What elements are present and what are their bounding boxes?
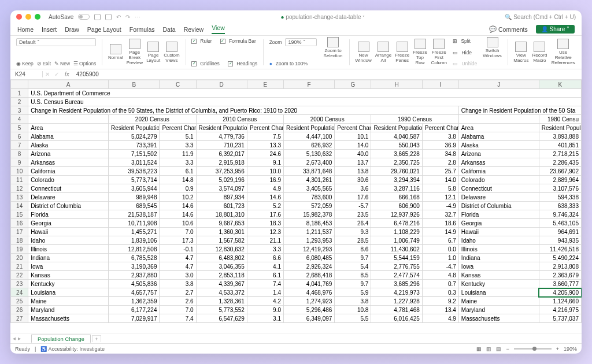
table-row[interactable]: 22Kansas2,937,8803.02,853,1186.12,688,41… (11, 271, 582, 280)
table-row[interactable]: 17Hawaii1,455,2717.01,360,30112.31,211,5… (11, 228, 582, 236)
cell[interactable]: U.S. Census Bureau (28, 98, 582, 106)
relative-refs-button[interactable]: Use Relative References (550, 39, 576, 65)
pagelayout-view-button[interactable]: Page Layout (146, 42, 160, 64)
table-row[interactable]: 10California39,538,2236.137,253,95610.03… (11, 167, 582, 176)
save-icon[interactable] (105, 14, 112, 20)
share-button[interactable]: 👤 Share ˅ (536, 25, 575, 34)
new-button[interactable]: ✎ New (54, 61, 70, 66)
tab-draw[interactable]: Draw (65, 26, 79, 33)
table-row[interactable]: 6Alabama5,024,2795.14,779,7367.54,447,10… (11, 132, 582, 141)
table-row[interactable]: 14District of Columbia689,54514.6601,723… (11, 202, 582, 210)
table-row[interactable]: 25Maine1,362,3592.61,328,3614.21,274,923… (11, 297, 582, 306)
comments-button[interactable]: 💬 Comments (489, 25, 528, 33)
table-row[interactable]: 24Louisiana4,657,7572.74,533,3721.44,468… (11, 288, 582, 297)
normal-view-button[interactable]: Normal (108, 44, 123, 61)
table-row[interactable]: 15Florida21,538,18714.618,801,31017.615,… (11, 210, 582, 219)
undo-icon[interactable]: ↶ (116, 14, 121, 20)
search-placeholder[interactable]: Search (Cmd + Ctrl + U) (513, 14, 576, 20)
record-macro-button[interactable]: Record Macro (532, 42, 547, 64)
view-normal-icon[interactable]: ▦ (476, 346, 482, 352)
freeze-first-col-button[interactable]: Freeze First Column (431, 39, 447, 65)
tab-formulas[interactable]: Formulas (130, 26, 155, 33)
col-header[interactable]: K (539, 80, 581, 89)
headings-checkbox[interactable]: ✓ (228, 61, 233, 66)
add-sheet-button[interactable]: + (92, 335, 101, 342)
close-icon[interactable] (16, 14, 22, 20)
table-row[interactable]: 27Massachusetts7,029,9177.46,547,6293.16… (11, 314, 582, 323)
view-macros-button[interactable]: View Macros (513, 42, 528, 64)
gridlines-checkbox[interactable]: ✓ (191, 61, 197, 66)
col-header[interactable]: E (247, 80, 283, 89)
zoom-in-button[interactable]: + (556, 346, 559, 352)
table-row[interactable]: 23Kentucky4,505,8363.84,339,3677.44,041,… (11, 280, 582, 288)
freeze-top-row-button[interactable]: Freeze Top Row (413, 39, 427, 65)
col-header[interactable]: I (422, 80, 458, 89)
col-header[interactable]: A (28, 80, 109, 89)
table-row[interactable]: 13Delaware989,94810.2897,93414.6783,6001… (11, 193, 582, 202)
col-header[interactable]: D (196, 80, 247, 89)
split-button[interactable]: ⊞ Split (453, 38, 477, 44)
formula-input[interactable]: 4205900 (73, 71, 102, 77)
table-row[interactable]: 18Idaho1,839,10617.31,567,58221.11,293,9… (11, 236, 582, 245)
table-row[interactable]: 26Maryland6,177,2247.05,773,5529.05,296,… (11, 306, 582, 314)
options-button[interactable]: ☰ Options (73, 61, 96, 66)
table-row[interactable]: 9Arkansas3,011,5243.32,915,9189.12,673,4… (11, 158, 582, 167)
freeze-panes-button[interactable]: Freeze Panes (395, 42, 409, 64)
col-header[interactable]: C (160, 80, 196, 89)
cell[interactable]: Change in Resident Population of the 50 … (28, 106, 459, 115)
hide-button[interactable]: ▭ Hide (453, 50, 477, 55)
tab-view[interactable]: View (212, 24, 225, 34)
table-row[interactable]: 21Iowa3,190,3694.73,046,3554.12,926,3245… (11, 262, 582, 271)
sheet-nav-right[interactable]: ▸ (18, 335, 21, 341)
zoom-slider[interactable] (514, 348, 552, 350)
fx-icon[interactable]: fx (61, 71, 73, 77)
zoom-selection-button[interactable]: Zoom to Selection (323, 37, 343, 68)
table-row[interactable]: 12Connecticut3,605,9440.93,574,0974.93,4… (11, 184, 582, 193)
view-pagebreak-icon[interactable]: ▤ (496, 346, 501, 352)
switch-windows-button[interactable]: Switch Windows (483, 37, 501, 68)
table-row[interactable]: 11Colorado5,773,71414.85,029,19616.94,30… (11, 176, 582, 184)
accessibility-status[interactable]: ♿ Accessibility: Investigate (40, 346, 105, 352)
tab-page-layout[interactable]: Page Layout (87, 26, 121, 33)
sheet-tab-active[interactable]: Population Change (31, 335, 91, 343)
home-icon[interactable] (94, 14, 101, 20)
tab-home[interactable]: Home (17, 26, 34, 33)
tab-insert[interactable]: Insert (42, 26, 57, 33)
accept-icon[interactable]: ✓ (52, 71, 61, 77)
arrange-all-button[interactable]: Arrange All (375, 42, 391, 64)
col-header[interactable]: J (458, 80, 539, 89)
custom-views-button[interactable]: Custom Views (164, 42, 180, 64)
table-row[interactable]: 19Illinois12,812,508-0.112,830,6323.312,… (11, 245, 582, 254)
pagebreak-view-button[interactable]: Page Break Preview (127, 39, 143, 65)
ruler-checkbox[interactable]: ✓ (191, 39, 197, 44)
cell[interactable]: U.S. Department of Commerce (28, 89, 582, 98)
col-header[interactable]: H (371, 80, 422, 89)
view-pagelayout-icon[interactable]: ▥ (486, 346, 491, 352)
sheet-nav-left[interactable]: ◂ (10, 335, 18, 341)
name-box[interactable]: K24 (10, 71, 43, 77)
more-icon[interactable]: ⋯ (135, 14, 140, 20)
col-header[interactable]: G (335, 80, 371, 89)
formulabar-checkbox[interactable]: ✓ (220, 39, 225, 44)
zoom-out-button[interactable]: − (506, 346, 509, 352)
font-select[interactable]: Default ˅ (16, 38, 96, 46)
tab-data[interactable]: Data (163, 26, 176, 33)
unhide-button[interactable]: ▭ Unhide (453, 61, 477, 66)
table-row[interactable]: 16Georgia10,711,90810.69,687,65318.38,18… (11, 219, 582, 228)
redo-icon[interactable]: ↷ (125, 14, 130, 20)
maximize-icon[interactable] (35, 14, 40, 20)
table-row[interactable]: 7Alaska733,3913.3710,23113.3626,93214.05… (11, 141, 582, 150)
zoom-100-button[interactable]: ● Zoom to 100% (269, 61, 317, 66)
zoom-select[interactable]: 190% ˅ (285, 38, 317, 46)
col-header[interactable]: B (109, 80, 160, 89)
cancel-icon[interactable]: ✕ (43, 71, 52, 77)
autosave-toggle[interactable] (78, 14, 90, 20)
new-window-button[interactable]: New Window (355, 42, 371, 64)
col-header[interactable]: F (283, 80, 334, 89)
table-row[interactable]: 8Arizona7,151,50211.96,392,01724.65,130,… (11, 150, 582, 158)
cell[interactable]: Change in Resident Population of the 50 … (458, 106, 581, 115)
minimize-icon[interactable] (25, 14, 31, 20)
spreadsheet-grid[interactable]: ABCDEFGHIJK1U.S. Department of Commerce2… (10, 80, 582, 333)
table-row[interactable]: 20Indiana6,785,5284.76,483,8026.66,080,4… (11, 254, 582, 262)
keep-button[interactable]: ◉ Keep (16, 61, 34, 66)
